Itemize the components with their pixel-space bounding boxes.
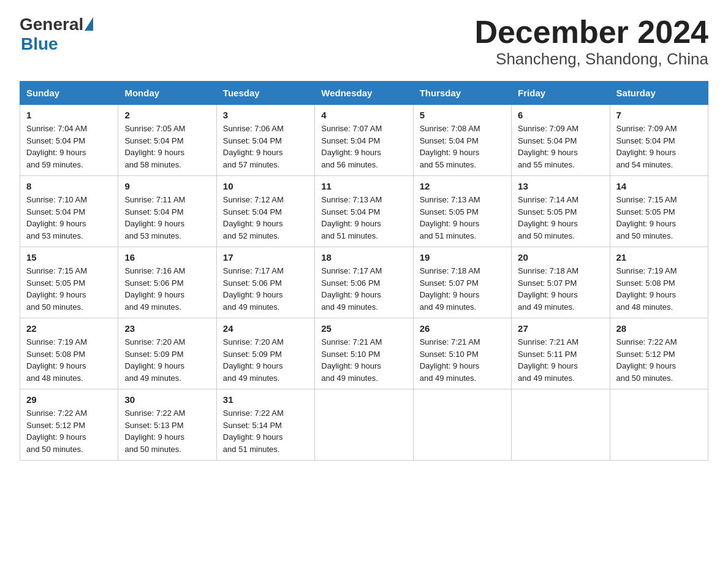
day-info: Sunrise: 7:05 AMSunset: 5:04 PMDaylight:…	[124, 123, 210, 170]
calendar-day-30: 30Sunrise: 7:22 AMSunset: 5:13 PMDayligh…	[118, 389, 216, 461]
day-number: 9	[124, 181, 210, 191]
day-number: 16	[124, 252, 210, 262]
day-number: 28	[616, 323, 702, 334]
day-info: Sunrise: 7:09 AMSunset: 5:04 PMDaylight:…	[616, 123, 702, 170]
day-number: 8	[26, 181, 112, 191]
day-info: Sunrise: 7:19 AMSunset: 5:08 PMDaylight:…	[616, 265, 702, 313]
page-header: General Blue December 2024 Shancheng, Sh…	[20, 15, 708, 69]
column-header-thursday: Thursday	[413, 82, 511, 105]
calendar-day-20: 20Sunrise: 7:18 AMSunset: 5:07 PMDayligh…	[512, 247, 610, 318]
logo-triangle-icon	[85, 17, 93, 31]
day-info: Sunrise: 7:21 AMSunset: 5:10 PMDaylight:…	[420, 336, 505, 384]
day-number: 24	[223, 323, 308, 334]
day-info: Sunrise: 7:08 AMSunset: 5:04 PMDaylight:…	[420, 123, 505, 170]
calendar-day-16: 16Sunrise: 7:16 AMSunset: 5:06 PMDayligh…	[118, 247, 216, 318]
calendar-week-row: 8Sunrise: 7:10 AMSunset: 5:04 PMDaylight…	[20, 176, 708, 247]
calendar-title: December 2024	[474, 15, 708, 50]
day-number: 23	[124, 323, 210, 334]
calendar-day-4: 4Sunrise: 7:07 AMSunset: 5:04 PMDaylight…	[315, 105, 413, 176]
calendar-day-31: 31Sunrise: 7:22 AMSunset: 5:14 PMDayligh…	[216, 389, 314, 461]
title-block: December 2024 Shancheng, Shandong, China	[474, 15, 708, 69]
day-info: Sunrise: 7:22 AMSunset: 5:12 PMDaylight:…	[26, 407, 112, 455]
calendar-day-empty	[413, 389, 511, 461]
day-number: 13	[518, 181, 603, 191]
day-info: Sunrise: 7:16 AMSunset: 5:06 PMDaylight:…	[124, 265, 210, 313]
calendar-day-29: 29Sunrise: 7:22 AMSunset: 5:12 PMDayligh…	[20, 389, 118, 461]
calendar-day-19: 19Sunrise: 7:18 AMSunset: 5:07 PMDayligh…	[413, 247, 511, 318]
calendar-day-13: 13Sunrise: 7:14 AMSunset: 5:05 PMDayligh…	[512, 176, 610, 247]
day-info: Sunrise: 7:07 AMSunset: 5:04 PMDaylight:…	[321, 123, 406, 170]
calendar-day-15: 15Sunrise: 7:15 AMSunset: 5:05 PMDayligh…	[20, 247, 118, 318]
day-number: 6	[518, 110, 603, 120]
calendar-day-12: 12Sunrise: 7:13 AMSunset: 5:05 PMDayligh…	[413, 176, 511, 247]
day-info: Sunrise: 7:20 AMSunset: 5:09 PMDaylight:…	[223, 336, 308, 384]
calendar-day-17: 17Sunrise: 7:17 AMSunset: 5:06 PMDayligh…	[216, 247, 314, 318]
column-header-wednesday: Wednesday	[315, 82, 413, 105]
calendar-day-6: 6Sunrise: 7:09 AMSunset: 5:04 PMDaylight…	[512, 105, 610, 176]
day-number: 14	[616, 181, 702, 191]
calendar-day-8: 8Sunrise: 7:10 AMSunset: 5:04 PMDaylight…	[20, 176, 118, 247]
column-header-tuesday: Tuesday	[216, 82, 314, 105]
day-number: 25	[321, 323, 406, 334]
day-number: 21	[616, 252, 702, 262]
day-info: Sunrise: 7:04 AMSunset: 5:04 PMDaylight:…	[26, 123, 112, 170]
logo-general-text: General	[20, 15, 83, 34]
logo: General Blue	[20, 15, 93, 54]
day-info: Sunrise: 7:19 AMSunset: 5:08 PMDaylight:…	[26, 336, 112, 384]
calendar-day-3: 3Sunrise: 7:06 AMSunset: 5:04 PMDaylight…	[216, 105, 314, 176]
day-number: 26	[420, 323, 505, 334]
calendar-day-5: 5Sunrise: 7:08 AMSunset: 5:04 PMDaylight…	[413, 105, 511, 176]
day-number: 10	[223, 181, 308, 191]
column-header-saturday: Saturday	[610, 82, 708, 105]
day-info: Sunrise: 7:22 AMSunset: 5:13 PMDaylight:…	[124, 407, 210, 455]
day-number: 30	[124, 394, 210, 405]
day-number: 31	[223, 394, 308, 405]
day-info: Sunrise: 7:11 AMSunset: 5:04 PMDaylight:…	[124, 194, 210, 242]
calendar-day-21: 21Sunrise: 7:19 AMSunset: 5:08 PMDayligh…	[610, 247, 708, 318]
calendar-day-22: 22Sunrise: 7:19 AMSunset: 5:08 PMDayligh…	[20, 318, 118, 389]
calendar-day-26: 26Sunrise: 7:21 AMSunset: 5:10 PMDayligh…	[413, 318, 511, 389]
day-number: 20	[518, 252, 603, 262]
day-info: Sunrise: 7:18 AMSunset: 5:07 PMDaylight:…	[420, 265, 505, 313]
day-info: Sunrise: 7:10 AMSunset: 5:04 PMDaylight:…	[26, 194, 112, 242]
day-info: Sunrise: 7:17 AMSunset: 5:06 PMDaylight:…	[321, 265, 406, 313]
calendar-day-9: 9Sunrise: 7:11 AMSunset: 5:04 PMDaylight…	[118, 176, 216, 247]
day-info: Sunrise: 7:15 AMSunset: 5:05 PMDaylight:…	[26, 265, 112, 313]
calendar-day-1: 1Sunrise: 7:04 AMSunset: 5:04 PMDaylight…	[20, 105, 118, 176]
day-number: 15	[26, 252, 112, 262]
day-info: Sunrise: 7:18 AMSunset: 5:07 PMDaylight:…	[518, 265, 603, 313]
calendar-day-28: 28Sunrise: 7:22 AMSunset: 5:12 PMDayligh…	[610, 318, 708, 389]
calendar-day-18: 18Sunrise: 7:17 AMSunset: 5:06 PMDayligh…	[315, 247, 413, 318]
calendar-day-empty	[512, 389, 610, 461]
day-number: 12	[420, 181, 505, 191]
day-info: Sunrise: 7:09 AMSunset: 5:04 PMDaylight:…	[518, 123, 603, 170]
column-header-monday: Monday	[118, 82, 216, 105]
day-number: 27	[518, 323, 603, 334]
calendar-day-24: 24Sunrise: 7:20 AMSunset: 5:09 PMDayligh…	[216, 318, 314, 389]
day-number: 5	[420, 110, 505, 120]
day-number: 18	[321, 252, 406, 262]
day-number: 11	[321, 181, 406, 191]
day-number: 2	[124, 110, 210, 120]
day-info: Sunrise: 7:21 AMSunset: 5:10 PMDaylight:…	[321, 336, 406, 384]
day-info: Sunrise: 7:13 AMSunset: 5:04 PMDaylight:…	[321, 194, 406, 242]
day-number: 3	[223, 110, 308, 120]
day-number: 7	[616, 110, 702, 120]
calendar-subtitle: Shancheng, Shandong, China	[474, 50, 708, 69]
calendar-day-23: 23Sunrise: 7:20 AMSunset: 5:09 PMDayligh…	[118, 318, 216, 389]
calendar-week-row: 15Sunrise: 7:15 AMSunset: 5:05 PMDayligh…	[20, 247, 708, 318]
calendar-week-row: 29Sunrise: 7:22 AMSunset: 5:12 PMDayligh…	[20, 389, 708, 461]
day-number: 17	[223, 252, 308, 262]
calendar-table: SundayMondayTuesdayWednesdayThursdayFrid…	[20, 81, 708, 461]
calendar-day-empty	[610, 389, 708, 461]
day-number: 4	[321, 110, 406, 120]
calendar-day-27: 27Sunrise: 7:21 AMSunset: 5:11 PMDayligh…	[512, 318, 610, 389]
day-info: Sunrise: 7:06 AMSunset: 5:04 PMDaylight:…	[223, 123, 308, 170]
day-info: Sunrise: 7:20 AMSunset: 5:09 PMDaylight:…	[124, 336, 210, 384]
day-info: Sunrise: 7:15 AMSunset: 5:05 PMDaylight:…	[616, 194, 702, 242]
calendar-day-empty	[315, 389, 413, 461]
calendar-day-7: 7Sunrise: 7:09 AMSunset: 5:04 PMDaylight…	[610, 105, 708, 176]
day-number: 29	[26, 394, 112, 405]
calendar-header-row: SundayMondayTuesdayWednesdayThursdayFrid…	[20, 82, 708, 105]
day-number: 19	[420, 252, 505, 262]
